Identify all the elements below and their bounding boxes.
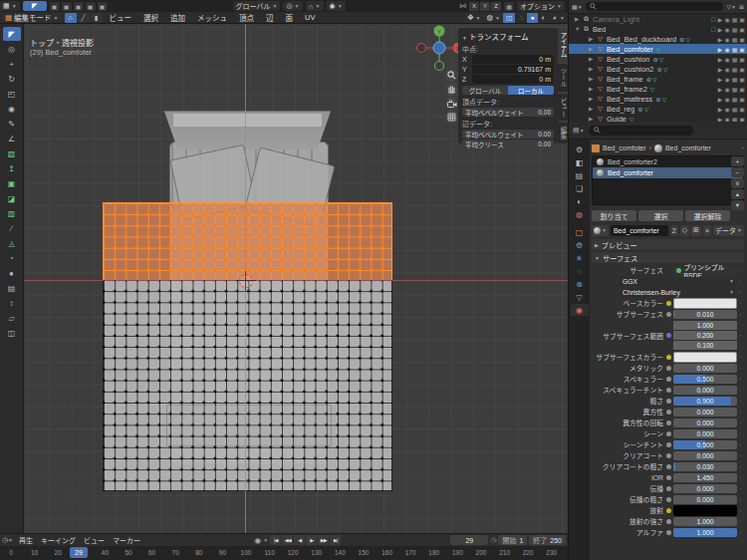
shading-material-button[interactable]: ◐ — [538, 13, 549, 23]
outliner-row[interactable]: ▶▽Bed_cushion⚙▽▶◉▦▣ — [569, 54, 747, 64]
property-field[interactable]: 1.450 — [673, 473, 737, 482]
outliner-row[interactable]: ▶▽Bed_mattress⚙▽▶◉▦▣ — [569, 94, 747, 104]
render-visibility-icon[interactable]: ▣ — [739, 46, 745, 53]
selectable-icon[interactable]: ▶ — [718, 56, 723, 63]
distribution-dropdown[interactable]: GGX▼ — [620, 277, 737, 286]
property-field[interactable]: 1.000 — [673, 517, 737, 526]
frame-end-field[interactable]: 終了250 — [529, 535, 566, 545]
selectable-icon[interactable]: ▶ — [718, 36, 723, 43]
timeline-menu-3[interactable]: マーカー — [109, 535, 144, 545]
breadcrumb-object[interactable]: Bed_comfoter — [603, 144, 646, 151]
material-browse-dropdown[interactable]: ▼ — [592, 225, 609, 236]
property-slider[interactable]: 0.900 — [673, 397, 737, 406]
properties-tab-data[interactable]: ▽ — [571, 291, 589, 303]
shading-dropdown[interactable]: ▼ — [560, 15, 565, 21]
tool-edge-slide-button[interactable]: ▤ — [3, 281, 21, 295]
timeline-menu-2[interactable]: ビュー — [80, 535, 109, 545]
vector-value-1[interactable]: 0.200 — [673, 331, 737, 340]
viewport-menu-7[interactable]: UV — [299, 13, 321, 22]
slot-button-3[interactable]: ▴ — [731, 189, 744, 199]
selectable-icon[interactable]: ▶ — [718, 16, 723, 23]
viewport-visibility-icon[interactable]: ▦ — [732, 96, 738, 103]
comforter-unselected-vertices[interactable] — [103, 280, 392, 491]
pan-button[interactable] — [445, 83, 458, 96]
viewport-menu-1[interactable]: 選択 — [137, 12, 164, 23]
decorator-dot[interactable]: · — [737, 452, 744, 459]
decorator-dot[interactable]: · — [737, 387, 744, 394]
selectable-icon[interactable]: ▶ — [718, 46, 723, 53]
decorator-dot[interactable]: · — [737, 420, 744, 426]
tool-measure-button[interactable]: ∠ — [3, 132, 21, 145]
viewport-3d[interactable]: トップ・透視投影 (29) Bed_comfoter Y X — [24, 24, 568, 533]
outliner-row[interactable]: ▶▽Bed_frame2▽▶◉▦▣ — [569, 84, 747, 94]
viewport-visibility-icon[interactable]: ▦ — [732, 76, 738, 83]
outliner-filter-dropdown[interactable]: ▽▼ — [726, 3, 736, 10]
auto-key-button[interactable]: ◉ — [254, 536, 261, 545]
property-slider[interactable]: 0.000 — [673, 451, 737, 460]
eye-icon[interactable]: ◉ — [724, 16, 729, 23]
selectable-icon[interactable]: ▶ — [718, 96, 723, 103]
vector-value-0[interactable]: 1.000 — [673, 321, 737, 330]
expander-icon[interactable]: ▶ — [589, 106, 596, 112]
decorator-dot[interactable]: · — [737, 441, 744, 448]
tool-move-button[interactable]: + — [3, 57, 21, 71]
decorator-dot[interactable]: · — [737, 354, 744, 361]
render-visibility-icon[interactable]: ▣ — [739, 36, 745, 43]
render-visibility-icon[interactable]: ▣ — [739, 96, 745, 103]
properties-tab-particles[interactable]: ✳ — [571, 252, 589, 264]
transport-button-4[interactable]: ▶▶ — [318, 535, 329, 545]
decorator-dot[interactable]: · — [737, 365, 744, 372]
checkbox-icon[interactable]: ☐ — [710, 26, 715, 33]
decorator-dot[interactable]: · — [737, 409, 744, 416]
viewport-visibility-icon[interactable]: ▦ — [732, 26, 738, 33]
assign-button-2[interactable]: 選択解除 — [685, 210, 730, 221]
select-option-extend-icon[interactable]: ▣ — [62, 2, 72, 11]
outliner-row[interactable]: ▼⧉Bed☐▶◉▦▣ — [569, 24, 747, 34]
property-slider[interactable]: 0.000 — [673, 495, 737, 504]
render-visibility-icon[interactable]: ▣ — [739, 16, 745, 23]
decorator-dot[interactable]: · — [737, 311, 744, 318]
tool-smooth-button[interactable]: ● — [3, 266, 21, 280]
global-toggle[interactable]: グローバル — [462, 86, 508, 95]
timeline-ruler[interactable]: 29 0102040506070809010011012013014015016… — [0, 546, 568, 560]
new-collection-icon[interactable]: ⊞ — [739, 3, 744, 10]
outliner-row[interactable]: ▶▽Bed_frame⚙▽▶◉▦▣ — [569, 74, 747, 84]
color-swatch[interactable] — [673, 298, 737, 309]
slot-button-0[interactable]: + — [731, 156, 744, 166]
viewport-menu-5[interactable]: 辺 — [260, 12, 280, 23]
decorator-dot[interactable]: · — [737, 376, 744, 383]
property-slider[interactable]: 0.000 — [673, 429, 737, 438]
decorator-dot[interactable]: · — [737, 332, 744, 339]
tool-loop-cut-button[interactable]: ▥ — [3, 206, 21, 220]
property-slider[interactable]: 0.000 — [673, 408, 737, 417]
render-visibility-icon[interactable]: ▣ — [739, 56, 745, 63]
sidebar-tab-アイテム[interactable]: アイテム — [558, 28, 568, 62]
properties-tab-scene[interactable]: ◐ — [571, 195, 589, 207]
timeline-menu-0[interactable]: 再生 — [15, 535, 37, 545]
render-visibility-icon[interactable]: ▣ — [739, 26, 745, 33]
properties-tab-object[interactable]: ▢ — [571, 226, 589, 238]
assign-button-1[interactable]: 選択 — [638, 210, 683, 221]
property-slider[interactable]: 0.000 — [673, 386, 737, 395]
zoom-button[interactable] — [445, 69, 458, 82]
properties-search-input[interactable] — [589, 126, 693, 136]
expander-icon[interactable]: ▶ — [589, 56, 596, 62]
render-visibility-icon[interactable]: ▣ — [739, 66, 745, 73]
tool-rip-button[interactable]: ◫ — [3, 326, 21, 340]
keying-dropdown[interactable]: ▼ — [263, 537, 268, 543]
color-swatch[interactable] — [673, 505, 737, 516]
viewport-visibility-icon[interactable]: ▦ — [732, 16, 738, 23]
material-users-count[interactable]: 2 — [670, 225, 678, 236]
property-slider[interactable]: 0.030 — [673, 462, 737, 471]
pivot-point-dropdown[interactable]: ◎▼ — [283, 1, 302, 11]
expander-icon[interactable]: ▶ — [589, 36, 596, 42]
properties-tab-physics[interactable]: ◌ — [571, 265, 589, 277]
tool-annotate-button[interactable]: ✎ — [3, 117, 21, 131]
viewport-visibility-icon[interactable]: ▦ — [732, 36, 738, 43]
median-z-value[interactable]: 0 m — [472, 75, 554, 84]
slot-button-1[interactable]: − — [731, 167, 744, 177]
expander-icon[interactable]: ▶ — [575, 16, 582, 22]
properties-tab-tool[interactable]: ⚙ — [571, 143, 589, 155]
active-tool-select-box-button[interactable]: ◤ — [23, 1, 47, 11]
render-visibility-icon[interactable]: ▣ — [739, 86, 745, 93]
